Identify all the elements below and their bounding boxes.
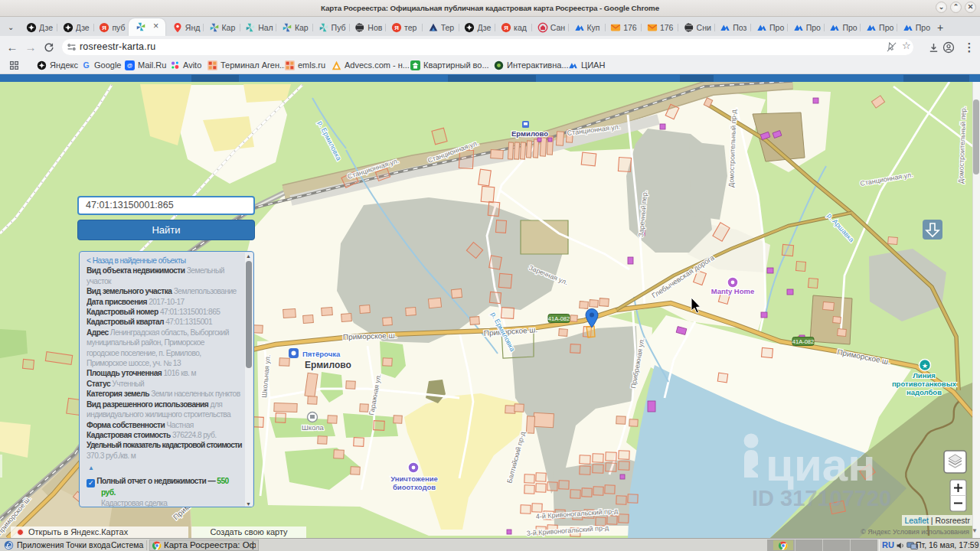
svg-text:Линия: Линия [913, 371, 936, 380]
svg-text:Я: Я [103, 24, 107, 31]
svg-text:41А-082: 41А-082 [548, 315, 570, 322]
svg-text:н: н [0, 437, 5, 487]
svg-text:Я: Я [394, 24, 399, 31]
svg-text:Я: Я [504, 24, 508, 31]
svg-text:надолбов: надолбов [906, 388, 942, 396]
svg-text:@: @ [127, 62, 132, 69]
svg-text:циан: циан [766, 439, 875, 491]
svg-text:★: ★ [922, 362, 928, 370]
svg-text:биоотходов: биоотходов [393, 483, 436, 491]
svg-text:Школа: Школа [302, 423, 325, 432]
svg-text:41А-082: 41А-082 [792, 338, 814, 345]
svg-text:Manty Home: Manty Home [711, 287, 754, 295]
svg-text:противотанковых: противотанковых [892, 380, 957, 388]
svg-text:Уничтожение: Уничтожение [390, 474, 438, 483]
svg-text:ID 317107720: ID 317107720 [752, 486, 891, 510]
svg-text:Ермилово: Ермилово [511, 129, 548, 138]
svg-text:Пятёрочка: Пятёрочка [302, 350, 341, 358]
svg-text:G: G [83, 60, 89, 70]
svg-text:Ермилово: Ермилово [305, 360, 351, 370]
